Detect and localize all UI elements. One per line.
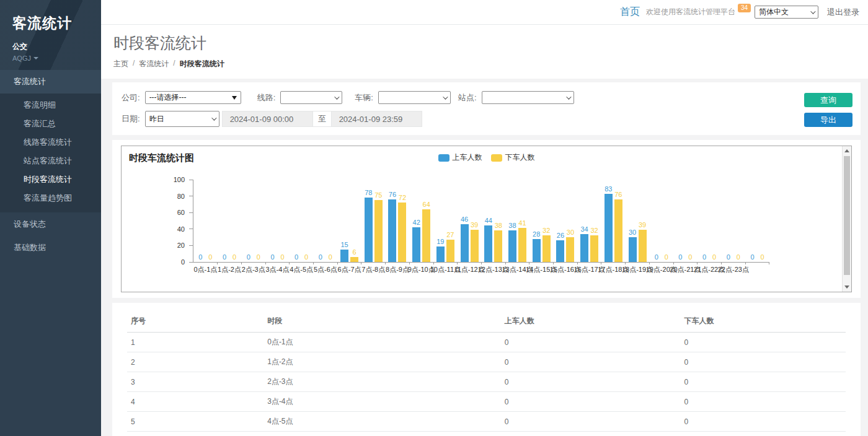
bar-group-16点-17点: 343216点-17点	[577, 180, 601, 262]
bar-value-label: 78	[365, 189, 372, 197]
bar-value-label: 0	[678, 253, 682, 261]
bar-上车人数	[388, 199, 396, 262]
bar-wrap: 76	[614, 180, 622, 262]
y-tick-mark	[189, 212, 193, 213]
company-code-dropdown[interactable]: AQGJ	[12, 54, 101, 62]
line-filter-label: 线路:	[257, 92, 276, 103]
date-range-group: 2024-01-09 00:00 至 2024-01-09 23:59	[222, 111, 422, 127]
station-select[interactable]	[482, 91, 574, 104]
bar-wrap: 0	[662, 180, 670, 262]
sidebar: 客流统计 公交 AQGJ 客流统计客流明细客流汇总线路客流统计站点客流统计时段客…	[0, 0, 101, 436]
bar-value-label: 0	[688, 253, 692, 261]
scrollbar-thumb[interactable]	[844, 156, 850, 275]
bar-wrap: 0	[221, 180, 229, 262]
bar-value-label: 72	[399, 194, 406, 202]
date-end-input[interactable]: 2024-01-09 23:59	[331, 111, 422, 127]
company-select-value: ---请选择---	[149, 92, 187, 103]
filter-panel: 公司: ---请选择--- 线路: 车辆: 站点:	[112, 82, 861, 135]
bar-value-label: 39	[471, 221, 478, 229]
sidebar-subitem-站点客流统计[interactable]: 站点客流统计	[0, 152, 101, 170]
sidebar-subitem-时段客流统计[interactable]: 时段客流统计	[0, 170, 101, 189]
language-select[interactable]: 简体中文	[755, 6, 818, 19]
bar-group-18点-19点: 303918点-19点	[626, 180, 650, 262]
breadcrumb-item[interactable]: 主页	[113, 59, 128, 69]
page-heading: 时段客流统计 主页/客流统计/时段客流统计	[101, 25, 868, 79]
bar-wrap: 0	[734, 180, 742, 262]
bar-下车人数	[398, 203, 406, 262]
bar-wrap: 0	[244, 180, 252, 262]
line-select[interactable]	[280, 91, 342, 104]
x-axis-tick	[745, 262, 746, 264]
table-cell: 0	[501, 392, 681, 412]
bar-wrap: 0	[254, 180, 262, 262]
logout-link[interactable]: 退出登录	[827, 7, 859, 18]
table-cell: 2	[127, 352, 264, 372]
date-start-input[interactable]: 2024-01-09 00:00	[222, 111, 313, 127]
bar-wrap: 0	[316, 180, 324, 262]
sidebar-item-基础数据[interactable]: 基础数据	[0, 236, 101, 259]
legend-label: 上车人数	[453, 152, 482, 163]
bar-上车人数	[580, 234, 588, 262]
bar-value-label: 19	[436, 238, 444, 246]
bar-上车人数	[629, 237, 637, 262]
scrollbar-down-button[interactable]	[843, 282, 851, 292]
export-button[interactable]: 导出	[804, 113, 852, 127]
x-axis-tick	[481, 262, 482, 264]
stats-table: 序号时段上车人数下车人数 10点-1点0021点-2点0032点-3点0043点…	[127, 310, 846, 436]
y-tick-mark	[189, 180, 193, 180]
bar-value-label: 0	[665, 253, 668, 261]
breadcrumb-separator: /	[133, 59, 135, 69]
bar-value-label: 34	[580, 225, 588, 233]
bar-group-11点-12点: 463911点-12点	[458, 180, 482, 262]
bar-wrap: 15	[340, 180, 348, 262]
table-cell: 0	[680, 372, 846, 392]
sidebar-subitem-客流汇总[interactable]: 客流汇总	[0, 115, 101, 133]
chevron-down-icon	[211, 115, 216, 120]
x-axis-tick	[505, 262, 506, 264]
chart-scrollbar[interactable]	[842, 146, 851, 292]
bar-wrap: 38	[494, 180, 502, 262]
x-axis-tick	[409, 262, 410, 264]
chevron-down-icon	[566, 94, 571, 99]
sidebar-item-设备状态[interactable]: 设备状态	[0, 212, 101, 236]
bar-wrap: 0	[303, 180, 311, 262]
bar-value-label: 0	[280, 253, 284, 261]
bar-wrap: 27	[446, 180, 454, 262]
scrollbar-up-button[interactable]	[843, 146, 851, 155]
x-axis-tick	[769, 262, 769, 264]
bar-value-label: 0	[257, 253, 260, 261]
language-select-value: 简体中文	[759, 7, 789, 17]
date-preset-select[interactable]: 昨日	[145, 111, 219, 127]
breadcrumb-item: 时段客流统计	[180, 59, 224, 69]
sidebar-subitem-客流量趋势图[interactable]: 客流量趋势图	[0, 189, 101, 207]
legend-item-上车人数[interactable]: 上车人数	[438, 152, 482, 163]
chevron-down-icon	[443, 94, 448, 99]
bar-value-label: 32	[542, 227, 550, 235]
date-separator-label: 至	[313, 111, 331, 127]
bar-wrap: 32	[590, 180, 598, 262]
bar-value-label: 0	[329, 253, 332, 261]
bar-value-label: 0	[727, 253, 730, 261]
bar-value-label: 76	[614, 191, 622, 199]
home-link[interactable]: 首页	[620, 6, 640, 19]
legend-item-下车人数[interactable]: 下车人数	[491, 152, 535, 163]
x-axis-tick	[241, 262, 242, 264]
sidebar-subitem-客流明细[interactable]: 客流明细	[0, 96, 101, 115]
app-root: 客流统计 公交 AQGJ 客流统计客流明细客流汇总线路客流统计站点客流统计时段客…	[0, 0, 868, 436]
bar-下车人数	[614, 199, 622, 262]
company-filter-label: 公司:	[122, 92, 140, 103]
x-axis-tick	[649, 262, 650, 264]
vehicle-select[interactable]	[378, 91, 451, 104]
x-axis-tick	[313, 262, 314, 264]
bar-wrap: 39	[471, 180, 479, 262]
company-select[interactable]: ---请选择---	[145, 91, 241, 104]
chart-panel: 时段车流统计图 上车人数下车人数 020406080100000点-1点001点…	[112, 140, 861, 298]
query-button[interactable]: 查询	[804, 93, 852, 107]
bar-下车人数	[471, 230, 479, 262]
bar-wrap: 19	[436, 180, 445, 262]
breadcrumb-item[interactable]: 客流统计	[139, 59, 169, 69]
bar-group-21点-22点: 0021点-22点	[698, 180, 722, 262]
sidebar-subitem-线路客流统计[interactable]: 线路客流统计	[0, 133, 101, 152]
sidebar-submenu: 客流明细客流汇总线路客流统计站点客流统计时段客流统计客流量趋势图	[0, 94, 101, 212]
sidebar-item-客流统计[interactable]: 客流统计	[0, 70, 101, 94]
